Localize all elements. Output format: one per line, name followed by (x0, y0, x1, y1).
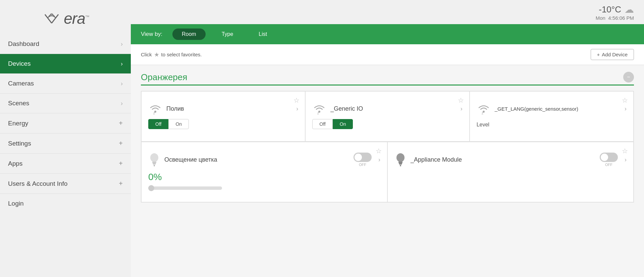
device-name-generic: _Generic IO (330, 105, 456, 112)
add-device-button[interactable]: + Add Device (591, 49, 634, 60)
svg-point-11 (396, 153, 405, 162)
vera-logo-icon (42, 10, 62, 26)
favorites-hint: Click ★ to select favorites. (141, 51, 202, 58)
svg-text:z: z (482, 111, 483, 115)
svg-point-15 (400, 165, 401, 166)
svg-rect-14 (399, 164, 402, 165)
nav-item-devices[interactable]: Devices › (0, 54, 131, 74)
view-btn-room[interactable]: Room (172, 29, 206, 40)
sidebar: era™ Dashboard › Devices › Cameras › Sce… (0, 0, 131, 277)
toggle-poliv: Off On (148, 119, 189, 129)
toggle-off-generic[interactable]: Off (312, 119, 332, 129)
ios-slider-light (354, 153, 372, 162)
room-title: Оранжерея (141, 72, 187, 82)
nav-plus-energy: + (119, 119, 123, 127)
viewbar: View by: Room Type List (131, 24, 644, 44)
nav-item-scenes[interactable]: Scenes › (0, 94, 131, 113)
nav-label-login: Login (8, 200, 24, 207)
device-arrow-appliance[interactable]: › (625, 156, 627, 163)
device-fav-star-sensor[interactable]: ☆ (622, 96, 628, 104)
device-card-light: ☆ Освещение цветка (141, 142, 387, 202)
device-fav-star-poliv[interactable]: ☆ (293, 96, 300, 104)
light-slider[interactable] (148, 186, 222, 190)
device-card-generic-io: ☆ z _Generic IO › Off On (305, 91, 469, 142)
weather-cloud-icon: ☁ (625, 4, 634, 15)
device-info-row-appliance: _Appliance Module OFF › (394, 152, 627, 167)
svg-text:z: z (153, 111, 155, 115)
bulb-icon-appliance (394, 152, 407, 167)
wifi-z-icon-generic: z (312, 102, 326, 116)
room-collapse-button[interactable]: − (623, 72, 634, 82)
svg-rect-12 (398, 162, 402, 163)
time-label: 4:56:06 PM (608, 15, 634, 21)
logo-wrapper: era™ (42, 9, 89, 27)
toggle-off-poliv[interactable]: Off (148, 119, 168, 129)
nav-item-users[interactable]: Users & Account Info + (0, 174, 131, 194)
device-info-row-sensor: z _GET_LANG(generic_sensor,sensor) › (477, 102, 627, 116)
devices-row2: ☆ Освещение цветка (141, 142, 634, 203)
device-arrow-poliv[interactable]: › (296, 105, 298, 112)
nav-plus-apps: + (119, 160, 123, 167)
device-arrow-sensor[interactable]: › (625, 105, 627, 112)
device-arrow-light[interactable]: › (378, 156, 380, 163)
nav-item-energy[interactable]: Energy + (0, 113, 131, 133)
svg-point-6 (150, 153, 158, 162)
collapse-icon: − (627, 74, 630, 80)
nav-label-scenes: Scenes (8, 100, 29, 107)
device-arrow-generic[interactable]: › (461, 105, 463, 112)
device-info-row-poliv: z Полив › (148, 102, 298, 116)
view-btn-list[interactable]: List (249, 29, 276, 40)
nav-label-energy: Energy (8, 120, 28, 127)
view-btn-type[interactable]: Type (212, 29, 243, 40)
favorites-bar: Click ★ to select favorites. + Add Devic… (131, 44, 644, 65)
nav-arrow-devices: › (121, 60, 123, 67)
bulb-icon-light (148, 152, 160, 167)
device-info-row-light: Освещение цветка OFF › (148, 152, 380, 167)
device-card-poliv: ☆ z Полив › Off On (141, 91, 305, 142)
device-fav-star-light[interactable]: ☆ (376, 147, 382, 155)
device-name-light: Освещение цветка (164, 156, 347, 163)
nav-arrow-cameras: › (121, 80, 123, 87)
device-name-poliv: Полив (166, 105, 292, 112)
topbar: -10°C ☁ Mon 4:56:06 PM (131, 0, 644, 24)
nav-item-login[interactable]: Login (0, 194, 131, 213)
nav-item-dashboard[interactable]: Dashboard › (0, 34, 131, 54)
day-label: Mon (596, 15, 605, 21)
device-fav-star-appliance[interactable]: ☆ (622, 147, 628, 155)
add-device-plus-icon: + (597, 52, 600, 57)
fav-hint-click: Click (141, 52, 152, 57)
level-label: Level (477, 122, 627, 128)
nav-plus-settings: + (119, 140, 123, 147)
weather-area: -10°C ☁ Mon 4:56:06 PM (596, 4, 634, 21)
add-device-label: Add Device (602, 52, 628, 57)
room-divider (141, 85, 634, 86)
nav-item-settings[interactable]: Settings + (0, 133, 131, 154)
svg-point-10 (154, 165, 155, 166)
svg-rect-9 (153, 164, 156, 165)
svg-rect-13 (399, 163, 402, 164)
nav-label-settings: Settings (8, 140, 31, 147)
room-section: Оранжерея − ☆ z (131, 65, 644, 277)
wifi-z-icon-poliv: z (148, 102, 162, 116)
logo-area: era™ (0, 0, 131, 34)
devices-row1: ☆ z Полив › Off On (141, 91, 634, 142)
svg-rect-7 (152, 162, 156, 163)
device-name-appliance: _Appliance Module (411, 156, 593, 163)
toggle-label-light: OFF (359, 163, 366, 167)
device-info-row-generic: z _Generic IO › (312, 102, 462, 116)
ios-slider-appliance (600, 153, 618, 162)
device-fav-star-generic[interactable]: ☆ (458, 96, 464, 104)
viewby-label: View by: (141, 31, 162, 38)
toggle-on-poliv[interactable]: On (168, 119, 189, 129)
nav-item-apps[interactable]: Apps + (0, 154, 131, 174)
nav-label-users: Users & Account Info (8, 180, 67, 187)
ios-toggle-light[interactable] (354, 153, 372, 162)
room-header: Оранжерея − (141, 72, 634, 82)
toggle-on-generic[interactable]: On (333, 119, 353, 129)
datetime-display: Mon 4:56:06 PM (596, 15, 634, 21)
main-content: -10°C ☁ Mon 4:56:06 PM View by: Room Typ… (131, 0, 644, 277)
nav-arrow-dashboard: › (121, 41, 123, 48)
nav-item-cameras[interactable]: Cameras › (0, 74, 131, 94)
ios-toggle-appliance[interactable] (600, 153, 618, 162)
temperature-display: -10°C (599, 4, 621, 15)
